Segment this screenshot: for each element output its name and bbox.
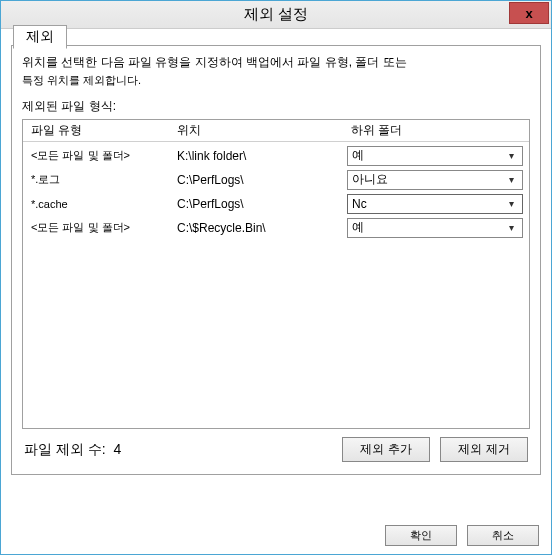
titlebar: 제외 설정 x	[1, 1, 551, 29]
tab-body: 위치를 선택한 다음 파일 유형을 지정하여 백업에서 파일 유형, 폴더 또는…	[11, 45, 541, 475]
chevron-down-icon: ▾	[504, 174, 518, 185]
table-row[interactable]: *.로그C:\PerfLogs\아니요▾	[27, 168, 525, 192]
cell-location: C:\PerfLogs\	[177, 197, 347, 211]
tab-exclude[interactable]: 제외	[13, 25, 67, 49]
dialog-buttons: 확인 취소	[1, 519, 551, 554]
table-row[interactable]: *.cacheC:\PerfLogs\Nc▾	[27, 192, 525, 216]
cell-file-type: <모든 파일 및 폴더>	[27, 220, 177, 235]
table-body: <모든 파일 및 폴더>K:\link folder\예▾*.로그C:\Perf…	[23, 142, 529, 428]
add-exclusion-button[interactable]: 제외 추가	[342, 437, 430, 462]
cell-location: C:\$Recycle.Bin\	[177, 221, 347, 235]
section-label: 제외된 파일 형식:	[22, 98, 530, 115]
chevron-down-icon: ▾	[504, 198, 518, 209]
close-button[interactable]: x	[509, 2, 549, 24]
subfolder-value: 예	[352, 147, 364, 164]
exclusion-table: 파일 유형 위치 하위 폴더 <모든 파일 및 폴더>K:\link folde…	[22, 119, 530, 429]
table-header: 파일 유형 위치 하위 폴더	[23, 120, 529, 142]
cell-location: C:\PerfLogs\	[177, 173, 347, 187]
subfolder-select[interactable]: Nc▾	[347, 194, 523, 214]
close-icon: x	[525, 6, 532, 21]
subfolder-value: 아니요	[352, 171, 388, 188]
cell-subfolder: Nc▾	[347, 194, 525, 214]
cell-file-type: <모든 파일 및 폴더>	[27, 148, 177, 163]
header-file-type[interactable]: 파일 유형	[27, 122, 177, 139]
subfolder-select[interactable]: 예▾	[347, 218, 523, 238]
chevron-down-icon: ▾	[504, 150, 518, 161]
content-area: 제외 위치를 선택한 다음 파일 유형을 지정하여 백업에서 파일 유형, 폴더…	[1, 29, 551, 519]
chevron-down-icon: ▾	[504, 222, 518, 233]
description-text-2: 특정 위치를 제외합니다.	[22, 73, 530, 88]
cell-location: K:\link folder\	[177, 149, 347, 163]
header-subfolder[interactable]: 하위 폴더	[347, 122, 525, 139]
exclusion-count-label: 파일 제외 수: 4	[24, 441, 121, 459]
window-title: 제외 설정	[244, 5, 308, 24]
table-row[interactable]: <모든 파일 및 폴더>K:\link folder\예▾	[27, 144, 525, 168]
subfolder-value: 예	[352, 219, 364, 236]
table-row[interactable]: <모든 파일 및 폴더>C:\$Recycle.Bin\예▾	[27, 216, 525, 240]
description-text-1: 위치를 선택한 다음 파일 유형을 지정하여 백업에서 파일 유형, 폴더 또는	[22, 54, 530, 71]
remove-exclusion-button[interactable]: 제외 제거	[440, 437, 528, 462]
cell-file-type: *.cache	[27, 198, 177, 210]
count-prefix: 파일 제외 수:	[24, 441, 106, 457]
cell-subfolder: 예▾	[347, 218, 525, 238]
cell-file-type: *.로그	[27, 172, 177, 187]
header-location[interactable]: 위치	[177, 122, 347, 139]
cell-subfolder: 예▾	[347, 146, 525, 166]
exclusion-settings-window: 제외 설정 x 제외 위치를 선택한 다음 파일 유형을 지정하여 백업에서 파…	[0, 0, 552, 555]
ok-button[interactable]: 확인	[385, 525, 457, 546]
subfolder-select[interactable]: 예▾	[347, 146, 523, 166]
footer-row: 파일 제외 수: 4 제외 추가 제외 제거	[22, 429, 530, 464]
cell-subfolder: 아니요▾	[347, 170, 525, 190]
cancel-button[interactable]: 취소	[467, 525, 539, 546]
count-value: 4	[114, 441, 122, 457]
subfolder-value: Nc	[352, 197, 367, 211]
subfolder-select[interactable]: 아니요▾	[347, 170, 523, 190]
